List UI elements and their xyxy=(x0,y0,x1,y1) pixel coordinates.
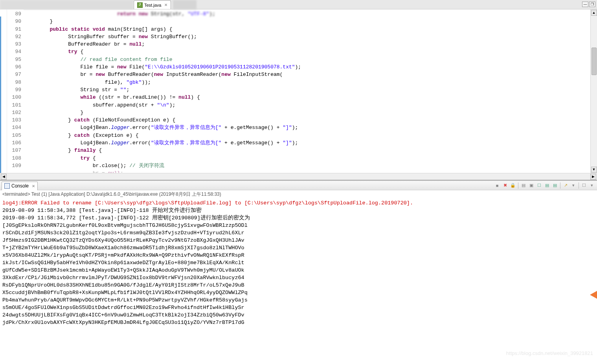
console-line: x5V36Xb84UZl2Mk/lrypAuQtsqKT/PSRj+mPkdfA… xyxy=(2,252,595,259)
line-number: 93 xyxy=(7,40,21,48)
line-number: 99 xyxy=(7,86,21,94)
line-number: 109 xyxy=(7,162,21,169)
console-toolbar-button[interactable]: ✖ xyxy=(501,182,509,189)
code-line[interactable]: try { xyxy=(25,154,590,162)
code-line[interactable]: // read file content from file xyxy=(25,56,590,63)
code-line[interactable]: BufferedReader br = null; xyxy=(25,40,590,48)
toolbar-separator xyxy=(518,182,518,189)
console-toolbar-button[interactable]: ▤ xyxy=(520,182,527,189)
code-line[interactable]: sbuffer.append(str + "\n"); xyxy=(25,101,590,109)
line-number: 90 xyxy=(7,18,21,25)
line-number: 94 xyxy=(7,48,21,55)
code-line[interactable]: } finally { xyxy=(25,147,590,154)
console-line: 2019-08-09 11:58:34,388 [Test.java]-[INF… xyxy=(2,207,595,214)
console-toolbar-button[interactable]: ▾ xyxy=(570,182,577,189)
code-line[interactable]: public static void main(String[] args) { xyxy=(25,26,590,33)
horizontal-scrollbar[interactable]: ◀ ▶ xyxy=(0,173,597,180)
tab-filename: Test.java xyxy=(144,3,161,7)
vertical-scrollbar[interactable]: ▲ ▼ xyxy=(590,9,597,173)
code-line[interactable]: while ((str = br.readLine()) != null) { xyxy=(25,94,590,101)
blurred-region-left xyxy=(0,0,134,9)
console-line: RsDFyb1QNprUroOHL0ds83SHXhNE1dbu85n9GA0G… xyxy=(2,281,595,289)
scroll-track[interactable] xyxy=(7,174,590,180)
editor-tab-test-java[interactable]: Test.java ✕ xyxy=(134,0,171,9)
console-line: Pb4maYwhunPryb/aAQURT9mWpvDGc6MYCtm+R/Lk… xyxy=(2,296,595,304)
console-tab-close-icon[interactable]: ✕ xyxy=(32,184,35,188)
code-line[interactable]: String str = ""; xyxy=(25,86,590,94)
code-line[interactable]: File file = new File("E:\\Gzdkls01052019… xyxy=(25,63,590,71)
toolbar-separator xyxy=(560,182,560,189)
console-panel: Console ✕ ■✖🔒▤▣☐▤▤↗▾☐▾ <terminated> Test… xyxy=(0,180,597,364)
line-number: 101 xyxy=(7,101,21,109)
console-line: log4j:ERROR Failed to rename [C:\Users\s… xyxy=(2,199,595,207)
code-line[interactable]: file), "gbk")); xyxy=(25,79,590,86)
console-line: 2019-08-09 11:58:34,772 [Test.java]-[INF… xyxy=(2,214,595,222)
toolbar-separator xyxy=(579,182,579,189)
code-line[interactable]: } catch (FileNotFoundException e) { xyxy=(25,116,590,124)
console-toolbar: ■✖🔒▤▣☐▤▤↗▾☐▾ xyxy=(494,182,595,189)
code-line[interactable]: } xyxy=(25,109,590,116)
console-toolbar-button[interactable]: 🔒 xyxy=(509,182,516,189)
line-number: 106 xyxy=(7,139,21,147)
tab-close-icon[interactable]: ✕ xyxy=(164,3,167,7)
code-line[interactable]: Log4jBean.logger.error("读取文件异常，异常信息为[" +… xyxy=(25,139,590,147)
code-line[interactable]: br = new BufferedReader(new InputStreamR… xyxy=(25,71,590,78)
console-toolbar-button[interactable]: ☐ xyxy=(580,182,588,189)
console-toolbar-button[interactable]: ☐ xyxy=(536,182,543,189)
console-icon xyxy=(4,183,10,189)
line-number: 105 xyxy=(7,132,21,139)
code-line[interactable]: br.close(); // 关闭字符流 xyxy=(25,162,590,169)
code-line[interactable]: } catch (Exception e) { xyxy=(25,132,590,139)
line-number-gutter: 8990919293949596979899100101102103104105… xyxy=(7,9,24,173)
console-status: <terminated> Test (1) [Java Application]… xyxy=(0,190,597,199)
code-line[interactable]: try { xyxy=(25,48,590,55)
console-line: jdPk/ChXrx0UlovbAXYFcWXtXpyN3HKEpfEMUBJm… xyxy=(2,319,595,326)
line-number: 102 xyxy=(7,109,21,116)
line-number: 98 xyxy=(7,79,21,86)
console-toolbar-button[interactable]: ▤ xyxy=(551,182,558,189)
console-toolbar-button[interactable]: ▤ xyxy=(544,182,551,189)
code-line[interactable]: br = null; xyxy=(25,169,590,173)
code-editor: 8990919293949596979899100101102103104105… xyxy=(0,9,597,180)
console-output[interactable]: log4j:ERROR Failed to rename [C:\Users\s… xyxy=(0,199,597,364)
console-line: s5mOUE/4goSFUlOWeX1npsGbS5UDitDdwtrdGffo… xyxy=(2,304,595,311)
scroll-up-icon[interactable]: ▲ xyxy=(591,10,597,16)
code-line[interactable]: Log4jBean.logger.error("读取文件异常，异常信息为[" +… xyxy=(25,124,590,131)
editor-tab-bar: Test.java ✕ — ❐ xyxy=(0,0,597,9)
console-line: X5ccuddjBVhBmB0fYuTqpbR8+XsKunpWMLpLfb1f… xyxy=(2,289,595,296)
console-tab-label: Console xyxy=(11,183,29,189)
console-line: T+jZYB2mTYHrLWuE6b9aT9SuZbD8WXaeX1a0ch86… xyxy=(2,244,595,252)
console-toolbar-button[interactable]: ↗ xyxy=(562,182,569,189)
line-number: 89 xyxy=(7,10,21,18)
scroll-left-icon[interactable]: ◀ xyxy=(1,174,7,180)
code-line[interactable]: StringBuffer sbuffer = new StringBuffer(… xyxy=(25,33,590,40)
minimize-icon[interactable]: — xyxy=(582,2,588,7)
line-number: 97 xyxy=(7,71,21,78)
code-line[interactable]: return new String(str, "UTF-8"); xyxy=(25,10,590,18)
blurred-region-right xyxy=(173,0,197,9)
scroll-right-icon[interactable]: ▶ xyxy=(590,174,596,180)
console-line: rSCnDLzd1FjMSUNs3ck20lZ1tg2oqtYlpo3s+L6r… xyxy=(2,229,595,237)
window-controls: — ❐ xyxy=(582,2,595,7)
scroll-down-icon[interactable]: ▼ xyxy=(591,167,597,173)
line-number: 108 xyxy=(7,154,21,162)
line-number: 103 xyxy=(7,116,21,124)
code-content[interactable]: return new String(str, "UTF-8"); } publi… xyxy=(24,9,590,173)
console-line: 24dwgts5DHUUjLBIFXsFg0V1qBx4ICC+6nV9uw0i… xyxy=(2,311,595,319)
console-tab[interactable]: Console ✕ xyxy=(2,182,38,190)
scroll-thumb[interactable] xyxy=(591,48,597,75)
line-number: 100 xyxy=(7,94,21,101)
console-toolbar-button[interactable]: ▾ xyxy=(588,182,595,189)
line-number: 91 xyxy=(7,26,21,33)
line-number: 104 xyxy=(7,124,21,131)
restore-icon[interactable]: ❐ xyxy=(589,2,595,7)
console-header: Console ✕ ■✖🔒▤▣☐▤▤↗▾☐▾ xyxy=(0,181,597,190)
console-toolbar-button[interactable]: ■ xyxy=(494,182,501,189)
code-line[interactable]: } xyxy=(25,18,590,25)
console-line: gUfCdW5e+SD1FBzBMJsek1mcmbi+ApWayoEW1Ty3… xyxy=(2,267,595,274)
console-toolbar-button[interactable]: ▣ xyxy=(528,182,535,189)
line-number: 95 xyxy=(7,56,21,63)
console-line: [J0SgEPksloRkOhRN72LgubnKerf0L9oxBtvmMgu… xyxy=(2,222,595,229)
console-line: Jf5Hmzs9IG2DBM1HKwtCQ32TzQYDs6Xy4UQoO55H… xyxy=(2,237,595,244)
line-number: 107 xyxy=(7,147,21,154)
